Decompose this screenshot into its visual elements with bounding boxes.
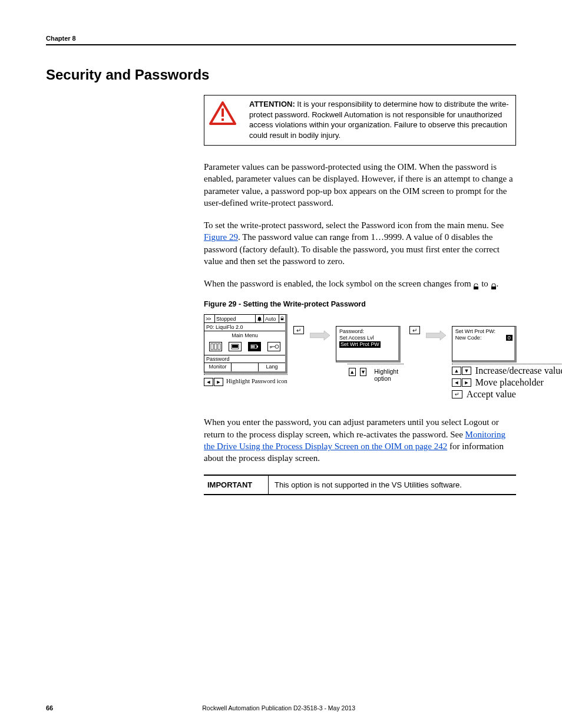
attention-icon xyxy=(209,99,239,127)
oim-softkey-lang: Lang xyxy=(259,363,285,371)
svg-rect-5 xyxy=(259,321,260,321)
attention-box: ATTENTION: It is your responsibility to … xyxy=(204,95,516,146)
oim-softkey-monitor: Monitor xyxy=(204,363,232,371)
transition-1: ↵ xyxy=(293,314,304,337)
paragraph-3c: . xyxy=(497,279,499,288)
oim-screen-2: Password: Set Access Lvl Set Wrt Prot PW xyxy=(336,326,401,363)
svg-rect-1 xyxy=(222,108,224,117)
up-arrow-key: ▲ xyxy=(452,367,461,375)
svg-rect-14 xyxy=(253,345,254,348)
down-arrow-key: ▼ xyxy=(360,368,367,376)
paragraph-2a: To set the write-protect password, selec… xyxy=(204,220,504,230)
screen-icon xyxy=(229,342,242,351)
oim-1-caption: ◄► Highlight Password icon xyxy=(204,374,287,386)
oim-mode: Auto xyxy=(264,315,279,322)
oim-2-caption: ▲▼ Highlight option xyxy=(348,364,404,382)
content-column: ATTENTION: It is your responsibility to … xyxy=(204,95,516,495)
oim-status: Stopped xyxy=(215,315,256,322)
paragraph-4a: When you enter the password, you can adj… xyxy=(204,417,499,439)
oim-screen-1: >> Stopped Auto P0: LiquiFlo 2.0 Main Me… xyxy=(204,314,287,374)
oim-password-label: Password xyxy=(204,355,285,363)
bell-icon xyxy=(256,315,264,322)
svg-point-16 xyxy=(275,345,279,348)
svg-rect-3 xyxy=(474,286,478,289)
transition-2: ↵ xyxy=(409,314,420,337)
oim2-line-1: Password: xyxy=(338,328,396,335)
figure-29-link[interactable]: Figure 29 xyxy=(204,232,238,242)
oim2-line-2: Set Access Lvl xyxy=(338,335,396,341)
svg-rect-2 xyxy=(222,118,224,121)
publication-id: Rockwell Automation Publication D2-3518-… xyxy=(53,704,504,711)
digits-icon xyxy=(209,342,222,351)
down-arrow-key: ▼ xyxy=(462,367,471,375)
svg-rect-7 xyxy=(211,344,213,350)
svg-rect-6 xyxy=(281,319,284,321)
chapter-label: Chapter 8 xyxy=(46,35,76,42)
svg-rect-15 xyxy=(257,346,258,348)
enter-key-icon: ↵ xyxy=(409,326,420,334)
oim-port: P0: LiquiFlo 2.0 xyxy=(204,323,285,331)
svg-rect-4 xyxy=(491,286,496,289)
lock-closed-icon xyxy=(491,281,497,288)
up-arrow-key: ▲ xyxy=(349,368,356,376)
oim2-line-3-highlighted: Set Wrt Prot PW xyxy=(339,341,381,348)
paragraph-1: Parameter values can be password-protect… xyxy=(204,161,516,209)
page-footer: 66 Rockwell Automation Publication D2-35… xyxy=(0,704,562,711)
lock-icon xyxy=(279,315,285,322)
oim3-value: 0 xyxy=(506,335,513,341)
oim-menu-label: Main Menu xyxy=(204,332,285,340)
svg-rect-11 xyxy=(232,345,238,348)
oim3-caption-a: Increase/decrease value xyxy=(475,365,562,376)
oim-softkey-blank xyxy=(232,363,259,371)
paragraph-2: To set the write-protect password, selec… xyxy=(204,219,516,267)
key-icon xyxy=(267,342,280,351)
right-arrow-key: ► xyxy=(462,378,471,387)
oim-icon-row xyxy=(204,340,285,354)
oim3-line-2: New Code: xyxy=(454,335,513,341)
oim-screen-2-col: Password: Set Access Lvl Set Wrt Prot PW… xyxy=(336,326,404,382)
section-heading: Security and Passwords xyxy=(46,67,516,83)
enter-key-icon: ↵ xyxy=(452,390,462,398)
paragraph-3a: When the password is enabled, the lock s… xyxy=(204,279,473,288)
attention-text: ATTENTION: It is your responsibility to … xyxy=(239,99,510,140)
enter-key-icon: ↵ xyxy=(293,326,304,334)
important-text: This option is not supported in the VS U… xyxy=(269,476,468,494)
lock-open-icon xyxy=(473,281,479,288)
page-header: Chapter 8 xyxy=(46,32,516,45)
oim-prompt-icon: >> xyxy=(204,315,215,322)
oim3-caption-c: Accept value xyxy=(467,389,516,400)
battery-icon xyxy=(248,342,261,351)
svg-rect-13 xyxy=(252,345,253,348)
oim-screen-3: Set Wrt Prot PW: New Code: 0 xyxy=(452,326,517,363)
right-arrow-key: ► xyxy=(214,378,223,386)
figure-title: Figure 29 - Setting the Write-protect Pa… xyxy=(204,300,516,308)
oim-1-caption-text: Highlight Password icon xyxy=(224,378,287,385)
oim-figure-row: >> Stopped Auto P0: LiquiFlo 2.0 Main Me… xyxy=(204,314,516,401)
oim3-caption-b: Move placeholder xyxy=(475,377,544,388)
arrow-1 xyxy=(310,314,330,346)
left-arrow-key: ◄ xyxy=(452,378,461,387)
arrow-2 xyxy=(426,314,446,346)
oim-screen-1-col: >> Stopped Auto P0: LiquiFlo 2.0 Main Me… xyxy=(204,314,287,386)
left-arrow-key: ◄ xyxy=(204,378,213,386)
oim-screen-3-col: Set Wrt Prot PW: New Code: 0 ▲▼ Increase… xyxy=(452,326,562,401)
paragraph-4: When you enter the password, you can adj… xyxy=(204,416,516,464)
paragraph-2b: . The password value can range from 1…99… xyxy=(204,232,500,266)
oim-2-caption-text: Highlight option xyxy=(374,368,404,382)
page: Chapter 8 Security and Passwords ATTENTI… xyxy=(0,0,562,728)
important-label: IMPORTANT xyxy=(204,476,269,494)
svg-rect-9 xyxy=(218,344,220,350)
paragraph-3b: to xyxy=(479,279,490,288)
svg-rect-8 xyxy=(214,344,217,350)
page-number: 66 xyxy=(46,704,53,711)
oim-3-caption: ▲▼ Increase/decrease value ◄► Move place… xyxy=(452,364,562,400)
attention-label: ATTENTION: xyxy=(249,100,295,108)
important-box: IMPORTANT This option is not supported i… xyxy=(204,475,516,495)
paragraph-3: When the password is enabled, the lock s… xyxy=(204,278,516,289)
oim3-line-1: Set Wrt Prot PW: xyxy=(454,328,513,335)
